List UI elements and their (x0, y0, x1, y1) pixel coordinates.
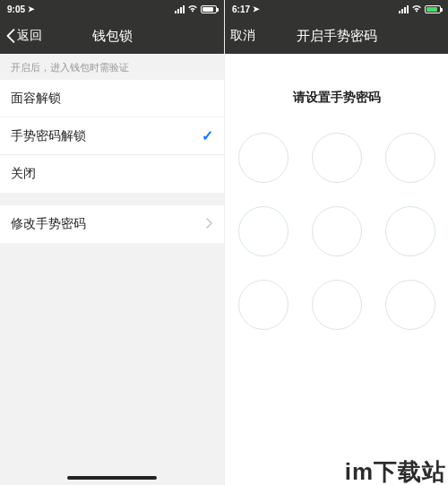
location-icon: ➤ (253, 4, 260, 13)
nav-bar: 取消 开启手势密码 (225, 18, 448, 54)
cancel-button[interactable]: 取消 (230, 28, 255, 44)
pattern-dot[interactable] (312, 206, 362, 256)
pattern-dot[interactable] (385, 133, 435, 183)
screen-wallet-lock: 9:05 ➤ 返回 钱包锁 开启后，进入钱包时需验证 面容解锁 (0, 0, 224, 485)
pattern-dot[interactable] (385, 206, 435, 256)
option-label: 关闭 (11, 166, 36, 182)
signal-icon (175, 5, 185, 13)
chevron-left-icon (5, 29, 16, 43)
wifi-icon (187, 4, 198, 14)
gesture-body: 请设置手势密码 (225, 54, 448, 485)
unlock-options: 面容解锁 手势密码解锁 ✓ 关闭 (0, 80, 224, 193)
battery-icon (425, 5, 441, 13)
status-time: 9:05 (7, 4, 25, 14)
pattern-dot[interactable] (312, 280, 362, 330)
option-label: 手势密码解锁 (11, 128, 86, 144)
pattern-dot[interactable] (238, 206, 289, 256)
check-icon: ✓ (202, 127, 213, 144)
section-hint: 开启后，进入钱包时需验证 (0, 54, 224, 80)
gesture-instruction: 请设置手势密码 (293, 90, 381, 106)
status-bar: 9:05 ➤ (0, 0, 224, 18)
option-off[interactable]: 关闭 (0, 155, 224, 193)
pattern-grid[interactable] (238, 133, 435, 330)
home-indicator[interactable] (67, 476, 157, 480)
battery-icon (201, 5, 217, 13)
nav-bar: 返回 钱包锁 (0, 18, 224, 54)
pattern-dot[interactable] (312, 133, 362, 183)
pattern-dot[interactable] (238, 133, 289, 183)
nav-title: 开启手势密码 (225, 28, 448, 45)
cancel-label: 取消 (230, 28, 255, 44)
location-icon: ➤ (28, 4, 35, 13)
screen-set-gesture: 6:17 ➤ 取消 开启手势密码 请设置手势密码 (224, 0, 448, 485)
chevron-right-icon (206, 217, 213, 231)
modify-gesture-password[interactable]: 修改手势密码 (0, 205, 224, 243)
back-button[interactable]: 返回 (5, 28, 42, 44)
option-face-unlock[interactable]: 面容解锁 (0, 80, 224, 117)
status-bar: 6:17 ➤ (225, 0, 448, 18)
signal-icon (399, 5, 409, 13)
cell-label: 修改手势密码 (11, 216, 86, 232)
pattern-dot[interactable] (238, 280, 289, 330)
settings-body: 开启后，进入钱包时需验证 面容解锁 手势密码解锁 ✓ 关闭 修改手势密码 (0, 54, 224, 485)
back-label: 返回 (17, 28, 42, 44)
pattern-dot[interactable] (385, 280, 435, 330)
option-label: 面容解锁 (11, 91, 61, 107)
wifi-icon (411, 4, 422, 14)
watermark: im下载站 (345, 460, 446, 483)
status-time: 6:17 (232, 4, 250, 14)
option-gesture-unlock[interactable]: 手势密码解锁 ✓ (0, 117, 224, 155)
